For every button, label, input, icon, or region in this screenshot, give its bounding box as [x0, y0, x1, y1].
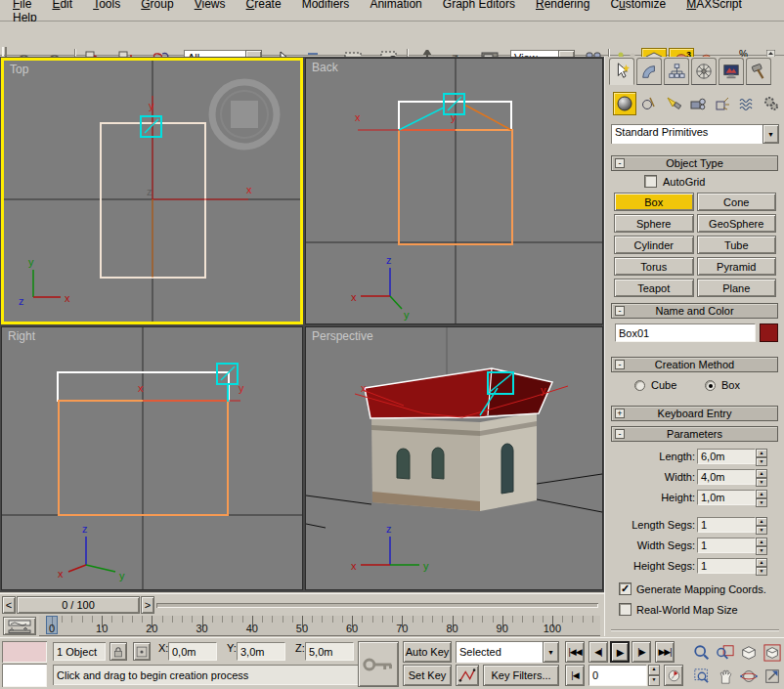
- creation-method-cube[interactable]: Cube: [634, 379, 676, 391]
- collapse-icon[interactable]: -: [615, 158, 625, 168]
- tab-modify[interactable]: [636, 58, 662, 85]
- object-type-button[interactable]: Plane: [697, 279, 777, 297]
- height-spinner[interactable]: ▲▼: [756, 490, 767, 505]
- menu-item[interactable]: File: [4, 0, 40, 11]
- primitive-category-dropdown[interactable]: Standard Primitives ▼: [611, 124, 779, 144]
- menu-item[interactable]: Modifiers: [293, 0, 359, 11]
- width-segs-spinner[interactable]: ▲▼: [756, 538, 767, 553]
- rollout-name-and-color[interactable]: - Name and Color: [611, 303, 778, 319]
- object-type-button[interactable]: Cylinder: [614, 236, 694, 254]
- object-type-button[interactable]: Pyramid: [697, 257, 777, 276]
- zoom-extents-all-button[interactable]: [761, 641, 783, 664]
- category-cameras-button[interactable]: [686, 92, 710, 115]
- menu-item[interactable]: Customize: [601, 0, 675, 11]
- time-configuration-button[interactable]: [664, 665, 683, 686]
- maxscript-mini-listener-script[interactable]: [2, 664, 47, 687]
- go-to-end-button[interactable]: ▶▶|: [655, 641, 675, 663]
- frame-spinner[interactable]: ▲▼: [648, 665, 660, 686]
- radio-cube[interactable]: [634, 380, 645, 391]
- object-color-swatch[interactable]: [760, 323, 778, 342]
- menu-item[interactable]: Graph Editors: [434, 0, 524, 11]
- rollout-creation-method[interactable]: - Creation Method: [611, 357, 778, 372]
- dropdown-arrow-icon[interactable]: ▼: [543, 641, 559, 663]
- maxscript-mini-listener-macro[interactable]: [2, 641, 47, 663]
- zoom-region-button[interactable]: [690, 665, 713, 687]
- object-type-button[interactable]: Sphere: [614, 214, 694, 233]
- object-type-button[interactable]: Tube: [697, 236, 777, 254]
- default-in-out-tangents-button[interactable]: [456, 665, 479, 686]
- real-world-map-size-checkbox[interactable]: [619, 603, 632, 616]
- category-shapes-button[interactable]: [637, 92, 661, 115]
- category-geometry-button[interactable]: [613, 92, 636, 115]
- pan-button[interactable]: [714, 665, 736, 687]
- current-frame-field[interactable]: 0: [588, 665, 647, 686]
- category-helpers-button[interactable]: [711, 92, 734, 115]
- go-to-start-button[interactable]: |◀◀: [565, 641, 585, 663]
- object-type-button[interactable]: Torus: [614, 257, 694, 276]
- object-type-button[interactable]: GeoSphere: [697, 214, 777, 233]
- width-segs-field[interactable]: 1: [697, 538, 756, 553]
- object-name-field[interactable]: Box01: [615, 323, 756, 342]
- collapse-icon[interactable]: -: [615, 306, 625, 316]
- zoom-all-button[interactable]: [714, 641, 736, 664]
- category-systems-button[interactable]: [760, 92, 783, 115]
- expand-icon[interactable]: +: [615, 409, 625, 418]
- category-spacewarps-button[interactable]: [735, 92, 759, 115]
- autogrid-checkbox[interactable]: [644, 175, 657, 188]
- height-segs-spinner[interactable]: ▲▼: [756, 558, 767, 574]
- set-keys-button[interactable]: [358, 641, 399, 687]
- menu-item[interactable]: Group: [132, 0, 182, 11]
- rollout-keyboard-entry[interactable]: + Keyboard Entry: [611, 406, 778, 421]
- tab-utilities[interactable]: [746, 58, 771, 85]
- menu-item[interactable]: Views: [186, 0, 235, 11]
- track-bar-ruler[interactable]: 0 10 20 30 40 50 60 70 80 90 100: [39, 616, 600, 636]
- category-lights-button[interactable]: [662, 92, 685, 115]
- key-filters-button[interactable]: Key Filters...: [483, 665, 559, 686]
- time-slider-next-button[interactable]: >: [141, 596, 154, 614]
- length-segs-field[interactable]: 1: [697, 517, 756, 533]
- width-spinner[interactable]: ▲▼: [756, 469, 767, 485]
- absolute-mode-transform-toggle[interactable]: [133, 642, 151, 661]
- dropdown-arrow-icon[interactable]: ▼: [762, 124, 779, 144]
- time-slider-prev-button[interactable]: <: [2, 596, 16, 614]
- z-coord-field[interactable]: 5,0m: [305, 642, 354, 661]
- key-mode-toggle-button[interactable]: |◀: [565, 665, 585, 686]
- object-type-button[interactable]: Box: [614, 193, 694, 211]
- height-segs-field[interactable]: 1: [697, 558, 756, 574]
- rollout-object-type[interactable]: - Object Type: [611, 155, 778, 171]
- set-key-button[interactable]: Set Key: [403, 665, 452, 686]
- length-segs-spinner[interactable]: ▲▼: [756, 517, 767, 533]
- x-coord-field[interactable]: 0,0m: [168, 642, 217, 661]
- width-field[interactable]: 4,0m: [697, 469, 756, 485]
- viewport-top-label[interactable]: Top: [10, 63, 28, 76]
- tab-hierarchy[interactable]: [664, 58, 689, 85]
- play-button[interactable]: ▶: [610, 641, 630, 663]
- selection-lock-toggle[interactable]: [109, 642, 127, 661]
- viewport-perspective-label[interactable]: Perspective: [312, 329, 373, 343]
- menu-item[interactable]: Tools: [84, 0, 129, 11]
- viewport-back-label[interactable]: Back: [312, 61, 338, 74]
- object-type-button[interactable]: Cone: [697, 193, 777, 211]
- tab-create[interactable]: [609, 58, 634, 85]
- key-filter-scope-dropdown[interactable]: Selected ▼: [456, 641, 559, 663]
- viewport-top[interactable]: Top y x z y x: [1, 58, 303, 324]
- tab-display[interactable]: [719, 58, 744, 85]
- menu-item[interactable]: Edit: [43, 0, 81, 11]
- menu-item[interactable]: MAXScript: [677, 0, 751, 11]
- time-slider-track[interactable]: [156, 603, 598, 608]
- creation-method-box[interactable]: Box: [705, 379, 740, 391]
- y-coord-field[interactable]: 3,0m: [237, 642, 285, 661]
- collapse-icon[interactable]: -: [615, 429, 625, 439]
- length-spinner[interactable]: ▲▼: [756, 449, 767, 464]
- menu-item[interactable]: Animation: [361, 0, 430, 11]
- previous-frame-button[interactable]: ◀|: [588, 641, 608, 663]
- time-slider-handle[interactable]: 0 / 100: [17, 596, 140, 614]
- arc-rotate-button[interactable]: [737, 665, 760, 687]
- viewport-back[interactable]: Back x y z x y: [305, 58, 603, 324]
- next-frame-button[interactable]: |▶: [632, 641, 651, 663]
- maximize-viewport-toggle-button[interactable]: [761, 665, 783, 687]
- menu-item[interactable]: Create: [238, 0, 290, 11]
- radio-box[interactable]: [705, 380, 716, 391]
- object-type-button[interactable]: Teapot: [614, 279, 694, 297]
- zoom-extents-button[interactable]: [737, 641, 760, 664]
